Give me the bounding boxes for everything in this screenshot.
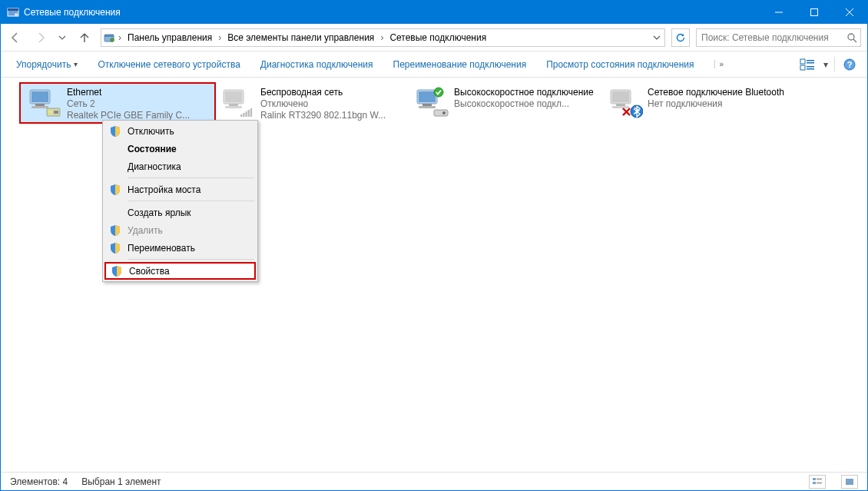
chevron-down-icon[interactable]: ▾ [820,59,831,70]
view-status-label: Просмотр состояния подключения [546,59,694,70]
window-title: Сетевые подключения [24,7,761,18]
ctx-rename[interactable]: Переименовать [104,239,256,257]
search-input[interactable] [700,32,843,44]
minimize-button[interactable] [761,1,797,24]
svg-rect-13 [807,60,814,61]
organize-button[interactable]: Упорядочить ▾ [7,56,87,73]
network-adapter-icon [25,87,62,118]
close-button[interactable] [832,1,867,24]
connection-name: Беспроводная сеть [260,87,403,98]
ctx-bridge-label: Настройка моста [128,184,200,195]
ctx-status[interactable]: Состояние [104,140,256,158]
svg-rect-21 [31,91,48,102]
svg-rect-40 [434,110,448,116]
svg-rect-32 [243,113,244,117]
ctx-bridge[interactable]: Настройка моста [104,181,256,198]
breadcrumb-item[interactable]: Все элементы панели управления [224,31,377,45]
svg-text:?: ? [847,60,853,69]
ctx-properties-label: Свойства [129,266,170,277]
large-icons-view-button[interactable] [841,475,858,489]
context-menu: Отключить Состояние Диагностика Настройк… [102,120,258,282]
svg-point-2 [15,13,18,16]
connection-bluetooth[interactable]: Сетевое подключение Bluetooth Нет подклю… [601,84,795,122]
menu-separator [128,177,254,178]
svg-rect-46 [612,106,629,108]
svg-rect-39 [419,106,436,108]
ctx-disable[interactable]: Отключить [104,122,256,140]
nav-forward-button[interactable] [30,26,53,49]
svg-point-10 [848,34,854,40]
search-icon [846,32,857,43]
connection-wireless[interactable]: Беспроводная сеть Отключено Ralink RT329… [214,84,408,122]
change-view-button[interactable] [796,55,819,75]
status-selection: Выбран 1 элемент [81,476,161,487]
svg-rect-14 [807,62,814,64]
maximize-button[interactable] [797,1,832,24]
ctx-shortcut[interactable]: Создать ярлык [104,204,256,221]
diagnose-button[interactable]: Диагностика подключения [251,56,383,73]
svg-rect-53 [817,482,822,483]
connection-name: Высокоскоростное подключение [454,87,597,98]
svg-rect-12 [800,59,805,64]
network-adapter-icon [219,87,256,118]
nav-up-button[interactable] [75,26,94,49]
breadcrumb-item[interactable]: Сетевые подключения [386,31,489,45]
svg-rect-31 [240,114,242,117]
help-button[interactable]: ? [838,55,861,75]
svg-rect-28 [225,91,242,102]
svg-rect-26 [54,111,58,114]
status-bar: Элементов: 4 Выбран 1 элемент [1,472,867,490]
ctx-diagnose[interactable]: Диагностика [104,158,256,175]
svg-rect-15 [800,65,805,70]
window-icon [7,6,19,18]
address-dropdown-button[interactable] [649,29,663,46]
organize-label: Упорядочить [16,59,71,70]
ctx-delete[interactable]: Удалить [104,221,256,239]
ctx-properties[interactable]: Свойства [104,262,256,280]
shield-icon [109,184,121,196]
chevron-right-icon: » [714,60,724,68]
menu-separator [128,259,254,260]
connection-broadband[interactable]: Высокоскоростное подключение Высокоскоро… [408,84,601,122]
svg-point-9 [111,38,114,41]
connection-device: Ralink RT3290 802.11bgn W... [260,110,403,121]
connection-device: Нет подключения [648,98,790,110]
nav-back-button[interactable] [4,26,27,49]
connection-name: Сетевое подключение Bluetooth [648,87,790,98]
svg-rect-23 [31,106,48,108]
svg-rect-34 [248,110,250,117]
svg-rect-33 [245,111,247,117]
connection-ethernet[interactable]: Ethernet Сеть 2 Realtek PCIe GBE Family … [21,84,214,122]
chevron-right-icon: › [217,32,223,43]
svg-rect-1 [8,8,18,11]
rename-button[interactable]: Переименование подключения [384,56,536,73]
disable-device-button[interactable]: Отключение сетевого устройства [88,56,249,73]
address-icon [103,32,115,44]
refresh-button[interactable] [671,28,690,47]
nav-history-button[interactable] [56,26,68,49]
ctx-rename-label: Переименовать [128,243,195,254]
command-bar: Упорядочить ▾ Отключение сетевого устрой… [1,51,867,78]
breadcrumb-item[interactable]: Панель управления [124,31,215,45]
ctx-delete-label: Удалить [128,225,163,236]
svg-rect-30 [225,106,242,108]
view-status-button[interactable]: Просмотр состояния подключения » [537,56,733,73]
ctx-status-label: Состояние [128,144,177,154]
svg-rect-4 [811,9,818,16]
ctx-disable-label: Отключить [128,126,174,137]
status-count: Элементов: 4 [10,476,68,487]
svg-rect-16 [807,66,814,68]
address-row: › Панель управления › Все элементы панел… [1,24,867,51]
ctx-shortcut-label: Создать ярлык [128,207,191,218]
svg-rect-29 [229,104,238,106]
titlebar: Сетевые подключения [1,1,867,24]
svg-rect-45 [616,104,625,106]
details-view-button[interactable] [809,475,826,489]
svg-rect-37 [419,91,436,102]
svg-rect-52 [813,482,816,484]
svg-rect-44 [612,91,629,102]
shield-icon [111,265,123,277]
search-box[interactable] [696,28,861,47]
address-bar[interactable]: › Панель управления › Все элементы панел… [101,28,665,47]
network-adapter-icon [412,87,449,118]
